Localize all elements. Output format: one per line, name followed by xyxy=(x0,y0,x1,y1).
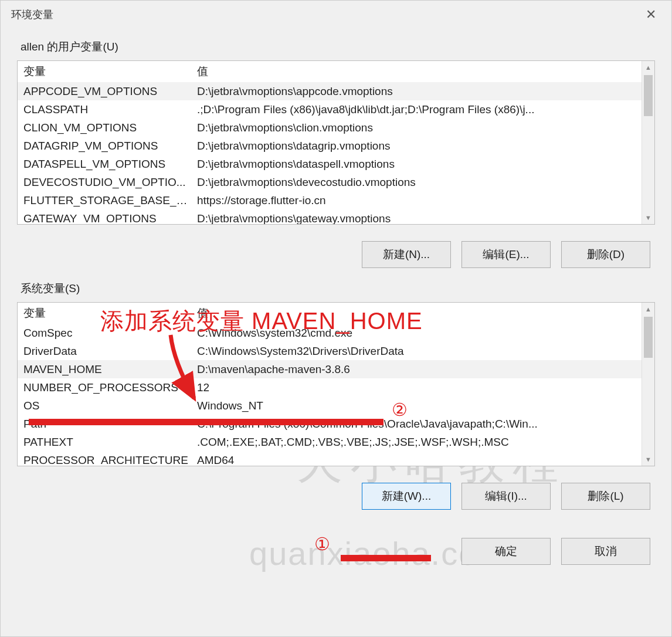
user-new-button[interactable]: 新建(N)... xyxy=(362,241,451,268)
variable-value: 12 xyxy=(194,381,642,394)
scroll-down-icon[interactable]: ▼ xyxy=(642,211,654,224)
table-row[interactable]: DATASPELL_VM_OPTIONSD:\jetbra\vmoptions\… xyxy=(18,155,642,173)
user-delete-button[interactable]: 删除(D) xyxy=(561,241,650,268)
scroll-up-icon[interactable]: ▲ xyxy=(642,303,654,316)
scroll-thumb[interactable] xyxy=(644,317,653,358)
user-variables-group: allen 的用户变量(U) 变量 值 APPCODE_VM_OPTIONSD:… xyxy=(17,39,655,268)
system-edit-button[interactable]: 编辑(I)... xyxy=(461,483,551,510)
env-variables-dialog: 环境变量 ✕ 犬小哈教程 quanxiaoha.com allen 的用户变量(… xyxy=(0,0,672,637)
cancel-button[interactable]: 取消 xyxy=(561,538,650,565)
scroll-down-icon[interactable]: ▼ xyxy=(642,453,654,466)
variable-name: PROCESSOR_ARCHITECTURE xyxy=(18,454,194,466)
list-header: 变量 值 xyxy=(18,61,642,82)
variable-name: DEVECOSTUDIO_VM_OPTIO... xyxy=(18,176,194,189)
scrollbar[interactable]: ▲ ▼ xyxy=(642,303,654,466)
variable-value: D:\jetbra\vmoptions\clion.vmoptions xyxy=(194,121,642,134)
close-icon[interactable]: ✕ xyxy=(641,7,661,22)
table-row[interactable]: PATHEXT.COM;.EXE;.BAT;.CMD;.VBS;.VBE;.JS… xyxy=(18,433,642,451)
table-row[interactable]: CLASSPATH.;D:\Program Files (x86)\java8\… xyxy=(18,100,642,118)
variable-name: DriverData xyxy=(18,345,194,358)
scroll-thumb[interactable] xyxy=(644,75,653,116)
user-variables-label: allen 的用户变量(U) xyxy=(17,39,655,55)
variable-value: https://storage.flutter-io.cn xyxy=(194,194,642,207)
table-row[interactable]: CLION_VM_OPTIONSD:\jetbra\vmoptions\clio… xyxy=(18,118,642,137)
table-row[interactable]: MAVEN_HOMED:\maven\apache-maven-3.8.6 xyxy=(18,360,642,378)
annotation-marker-2: ② xyxy=(390,400,409,419)
window-title: 环境变量 xyxy=(11,8,53,22)
variable-name: APPCODE_VM_OPTIONS xyxy=(18,85,194,98)
table-row[interactable]: DriverDataC:\Windows\System32\Drivers\Dr… xyxy=(18,342,642,360)
variable-name: CLASSPATH xyxy=(18,103,194,116)
table-row[interactable]: GATEWAY_VM_OPTIONSD:\jetbra\vmoptions\ga… xyxy=(18,209,642,224)
annotation-underline-maven xyxy=(29,419,383,425)
table-row[interactable]: OSWindows_NT xyxy=(18,397,642,415)
variable-name: FLUTTER_STORAGE_BASE_URL xyxy=(18,194,194,207)
annotation-marker-1: ① xyxy=(313,534,331,553)
variable-value: Windows_NT xyxy=(194,399,642,412)
variable-value: D:\jetbra\vmoptions\devecostudio.vmoptio… xyxy=(194,176,642,189)
variable-name: NUMBER_OF_PROCESSORS xyxy=(18,381,194,394)
table-row[interactable]: NUMBER_OF_PROCESSORS12 xyxy=(18,378,642,397)
scrollbar[interactable]: ▲ ▼ xyxy=(642,61,654,224)
system-new-button[interactable]: 新建(W)... xyxy=(362,483,451,510)
table-row[interactable]: DATAGRIP_VM_OPTIONSD:\jetbra\vmoptions\d… xyxy=(18,137,642,155)
variable-name: MAVEN_HOME xyxy=(18,363,194,376)
variable-name: PATHEXT xyxy=(18,436,194,449)
system-delete-button[interactable]: 删除(L) xyxy=(561,483,650,510)
table-row[interactable]: APPCODE_VM_OPTIONSD:\jetbra\vmoptions\ap… xyxy=(18,82,642,100)
system-variables-label: 系统变量(S) xyxy=(17,281,655,296)
scroll-up-icon[interactable]: ▲ xyxy=(642,61,654,74)
variable-value: .COM;.EXE;.BAT;.CMD;.VBS;.VBE;.JS;.JSE;.… xyxy=(194,436,642,449)
annotation-underline-new-button xyxy=(341,555,431,561)
variable-name: DATAGRIP_VM_OPTIONS xyxy=(18,140,194,153)
variable-value: D:\jetbra\vmoptions\gateway.vmoptions xyxy=(194,212,642,225)
table-row[interactable]: PROCESSOR_ARCHITECTUREAMD64 xyxy=(18,451,642,466)
variable-value: AMD64 xyxy=(194,454,642,466)
variable-name: DATASPELL_VM_OPTIONS xyxy=(18,158,194,171)
variable-value: C:\Windows\System32\Drivers\DriverData xyxy=(194,345,642,358)
titlebar: 环境变量 ✕ xyxy=(1,1,671,29)
variable-value: .;D:\Program Files (x86)\java8\jdk\lib\d… xyxy=(194,103,642,116)
user-edit-button[interactable]: 编辑(E)... xyxy=(461,241,551,268)
variable-value: D:\maven\apache-maven-3.8.6 xyxy=(194,363,642,376)
ok-button[interactable]: 确定 xyxy=(461,538,551,565)
variable-value: D:\jetbra\vmoptions\dataspell.vmoptions xyxy=(194,158,642,171)
variable-value: D:\jetbra\vmoptions\datagrip.vmoptions xyxy=(194,140,642,153)
annotation-title: 添加系统变量 MAVEN_HOME xyxy=(100,305,423,337)
variable-name: CLION_VM_OPTIONS xyxy=(18,121,194,134)
column-header-value[interactable]: 值 xyxy=(194,64,642,79)
variable-name: GATEWAY_VM_OPTIONS xyxy=(18,212,194,225)
variable-name: OS xyxy=(18,399,194,412)
table-row[interactable]: FLUTTER_STORAGE_BASE_URLhttps://storage.… xyxy=(18,191,642,209)
variable-value: D:\jetbra\vmoptions\appcode.vmoptions xyxy=(194,85,642,98)
user-variables-listbox[interactable]: 变量 值 APPCODE_VM_OPTIONSD:\jetbra\vmoptio… xyxy=(17,60,655,225)
column-header-variable[interactable]: 变量 xyxy=(18,64,194,79)
table-row[interactable]: DEVECOSTUDIO_VM_OPTIO...D:\jetbra\vmopti… xyxy=(18,173,642,191)
